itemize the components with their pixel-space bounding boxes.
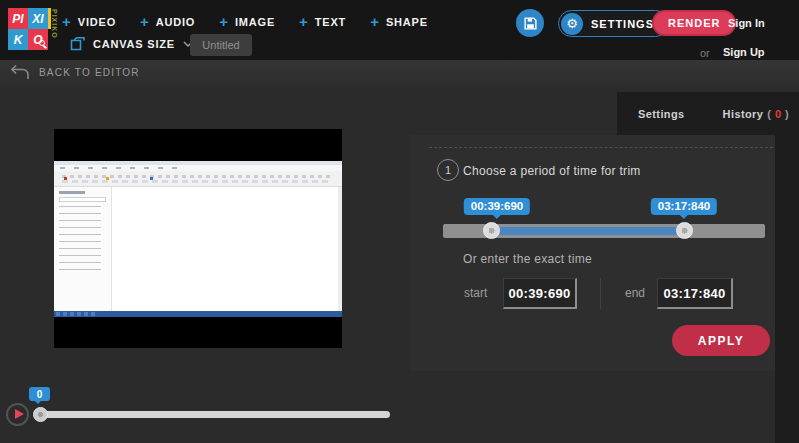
frame-body xyxy=(54,187,342,311)
frame-scrollbar xyxy=(338,187,342,311)
pixiko-app: PI XI K O PIXIKO + VIDEO + AUDIO + IMAGE xyxy=(0,0,799,443)
menu-item-audio[interactable]: + AUDIO xyxy=(140,14,195,29)
back-arrow-icon xyxy=(10,64,30,81)
plus-icon: + xyxy=(219,14,228,29)
plus-icon: + xyxy=(299,14,308,29)
logo-tile-o: O xyxy=(28,29,48,50)
save-icon xyxy=(524,17,537,30)
gear-icon: ⚙ xyxy=(561,13,583,35)
nav-pane-search xyxy=(59,197,106,202)
logo-tile-pi: PI xyxy=(8,8,28,29)
menu-label: TEXT xyxy=(315,16,346,28)
pixiko-logo[interactable]: PI XI K O PIXIKO xyxy=(8,7,58,52)
apply-button-label: APPLY xyxy=(698,334,744,348)
ribbon-mark xyxy=(64,177,67,180)
ribbon-mark xyxy=(150,177,153,180)
menu-item-shape[interactable]: + SHAPE xyxy=(370,14,428,29)
frame-document xyxy=(112,187,338,311)
menu-label: VIDEO xyxy=(78,16,116,28)
step-number-badge: 1 xyxy=(437,159,459,181)
nav-pane-title xyxy=(59,191,85,194)
tab-settings[interactable]: Settings xyxy=(638,108,685,120)
canvas-icon xyxy=(70,37,85,51)
frame-nav-pane xyxy=(54,187,112,311)
plus-icon: + xyxy=(140,14,149,29)
logo-vertical-text: PIXIKO xyxy=(51,9,58,39)
end-time-input[interactable]: 03:17:840 xyxy=(657,278,733,309)
save-button[interactable] xyxy=(516,9,544,37)
start-time-input[interactable]: 00:39:690 xyxy=(503,278,577,309)
settings-button-label: SETTINGS xyxy=(591,18,654,30)
nav-pane-lines xyxy=(59,206,101,276)
end-field-label: end xyxy=(625,286,645,300)
panel-separator xyxy=(429,147,773,148)
menu-item-image[interactable]: + IMAGE xyxy=(219,14,275,29)
logo-tiles: PI XI K O xyxy=(8,8,48,50)
right-strip xyxy=(775,92,799,443)
canvas-size-label: CANVAS SIZE xyxy=(93,38,175,50)
ribbon-mark xyxy=(106,177,109,180)
trim-end-bubble: 03:17:840 xyxy=(651,198,717,215)
back-to-editor-button[interactable]: BACK TO EDITOR xyxy=(10,64,140,81)
video-frame-content xyxy=(54,161,342,317)
menu-label: IMAGE xyxy=(235,16,275,28)
frame-taskbar xyxy=(54,311,342,317)
header: PI XI K O PIXIKO + VIDEO + AUDIO + IMAGE xyxy=(0,0,799,60)
frame-ribbon xyxy=(54,171,342,187)
history-count-open: ( xyxy=(767,108,771,120)
play-icon xyxy=(15,409,24,419)
plus-icon: + xyxy=(370,14,379,29)
or-text: or xyxy=(700,47,710,59)
play-button[interactable] xyxy=(6,403,29,426)
menu-item-text[interactable]: + TEXT xyxy=(299,14,346,29)
magnifier-icon xyxy=(39,40,45,46)
timeline-playhead-handle[interactable] xyxy=(33,407,48,422)
video-preview[interactable] xyxy=(54,129,342,348)
menu-item-video[interactable]: + VIDEO xyxy=(62,14,116,29)
trim-range-slider[interactable] xyxy=(443,224,765,238)
history-count-close: ) xyxy=(785,108,789,120)
back-bar: BACK TO EDITOR xyxy=(0,60,799,88)
logo-tile-xi: XI xyxy=(28,8,48,29)
history-count-badge: 0 xyxy=(775,108,781,120)
field-divider xyxy=(600,278,601,309)
menu-label: SHAPE xyxy=(386,16,428,28)
sign-up-link[interactable]: Sign Up xyxy=(723,46,765,58)
playhead-position-badge: 0 xyxy=(29,387,50,401)
logo-tile-k: K xyxy=(8,29,28,50)
plus-icon: + xyxy=(62,14,71,29)
render-button-label: RENDER xyxy=(668,17,720,29)
trim-range-fill xyxy=(491,227,684,235)
project-title-field[interactable]: Untitled xyxy=(190,34,252,56)
add-media-menu: + VIDEO + AUDIO + IMAGE + TEXT + SHAPE xyxy=(62,14,428,29)
exact-time-label: Or enter the exact time xyxy=(463,252,592,266)
trim-end-handle[interactable] xyxy=(676,222,693,239)
trim-step-title: Choose a period of time for trim xyxy=(463,164,641,178)
render-button[interactable]: RENDER xyxy=(652,10,736,36)
trim-start-handle[interactable] xyxy=(483,222,500,239)
start-field-label: start xyxy=(464,286,487,300)
timeline-track[interactable] xyxy=(36,411,390,418)
trim-settings-panel: 1 Choose a period of time for trim 00:39… xyxy=(410,135,775,371)
trim-start-bubble: 00:39:690 xyxy=(464,198,530,215)
menu-label: AUDIO xyxy=(156,16,195,28)
sign-in-link[interactable]: Sign In xyxy=(728,17,765,29)
back-to-editor-label: BACK TO EDITOR xyxy=(39,67,140,78)
apply-button[interactable]: APPLY xyxy=(672,325,770,356)
tab-history[interactable]: History ( 0 ) xyxy=(723,108,789,120)
tab-history-label: History xyxy=(723,108,764,120)
panel-tab-bar: Settings History ( 0 ) xyxy=(617,92,799,135)
canvas-size-button[interactable]: CANVAS SIZE xyxy=(70,37,193,51)
